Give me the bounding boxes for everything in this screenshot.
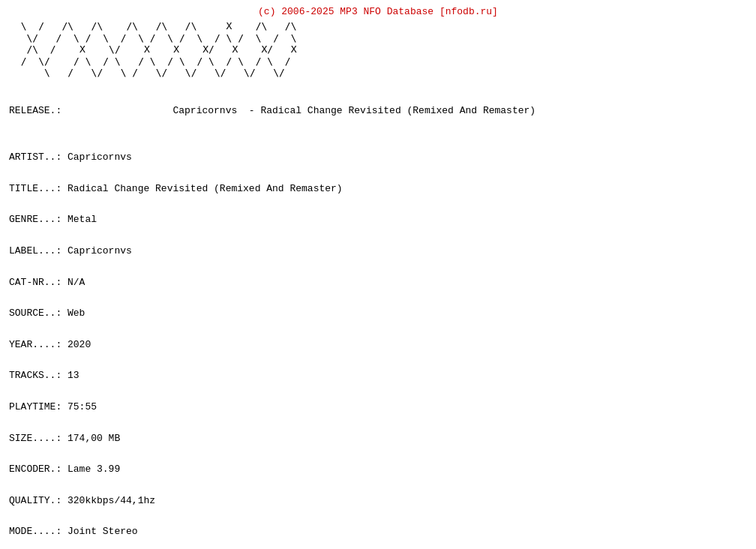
year-line: YEAR....: 2020 (9, 339, 91, 350)
artist-line: ARTIST..: Capricornvs (9, 152, 132, 163)
mode-line: MODE....: Joint Stereo (9, 526, 138, 537)
source-line: SOURCE..: Web (9, 308, 85, 319)
ascii-art-logo: \ / /\ /\ /\ /\ /\ X /\ /\ \/ / \ / \ / … (9, 20, 747, 79)
release-line: RELEASE.: Capricornvs - Radical Change R… (9, 105, 536, 116)
size-line: SIZE....: 174,00 MB (9, 433, 120, 444)
playtime-line: PLAYTIME: 75:55 (9, 401, 97, 412)
cat-line: CAT-NR..: N/A (9, 277, 85, 288)
title-line: TITLE...: Radical Change Revisited (Remi… (9, 183, 343, 194)
tracks-line: TRACKS..: 13 (9, 370, 80, 381)
site-header[interactable]: (c) 2006-2025 MP3 NFO Database [nfodb.ru… (9, 6, 747, 17)
label-line: LABEL...: Capricornvs (9, 245, 132, 256)
release-info-block: RELEASE.: Capricornvs - Radical Change R… (9, 88, 747, 549)
encoder-line: ENCODER.: Lame 3.99 (9, 464, 120, 475)
genre-line: GENRE...: Metal (9, 214, 97, 225)
quality-line: QUALITY.: 320kkbps/44,1hz (9, 495, 155, 506)
